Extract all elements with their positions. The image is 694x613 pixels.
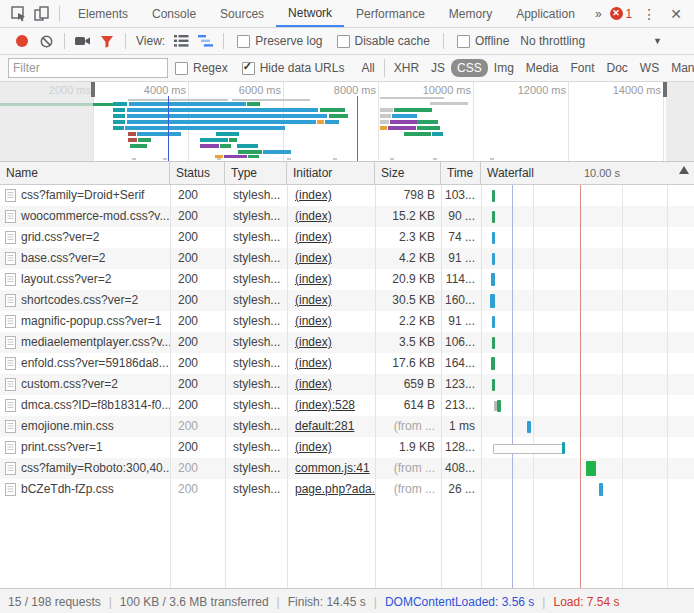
initiator-link[interactable]: (index) [295, 314, 332, 328]
overview-left-handle[interactable] [91, 82, 95, 97]
overview-request-bar [132, 158, 136, 160]
status-cell: 200 [170, 332, 225, 353]
request-name-cell: layout.css?ver=2 [0, 269, 170, 290]
time-cell: 164... [441, 353, 481, 374]
overview-request-bar [220, 144, 231, 148]
capture-screenshots-icon[interactable] [71, 30, 95, 52]
device-toolbar-icon[interactable] [31, 3, 54, 25]
table-row[interactable]: shortcodes.css?ver=2200stylesh...(index)… [0, 290, 694, 311]
column-header-size[interactable]: Size [375, 162, 441, 184]
waterfall-view-icon[interactable] [193, 30, 217, 52]
table-row[interactable]: print.css?ver=1200stylesh...(index)1.9 K… [0, 437, 694, 458]
table-row[interactable]: magnific-popup.css?ver=1200stylesh...(in… [0, 311, 694, 332]
column-header-time[interactable]: Time [441, 162, 481, 184]
table-row[interactable]: enfold.css?ver=59186da8...200stylesh...(… [0, 353, 694, 374]
clear-icon[interactable] [34, 30, 58, 52]
chevron-down-icon[interactable]: ▼ [653, 36, 662, 46]
tab-overflow[interactable]: » [587, 1, 610, 26]
column-separator [441, 185, 442, 588]
offline-checkbox[interactable]: Offline [457, 34, 509, 48]
size-cell: 2.2 KB [375, 311, 441, 332]
type-cell: stylesh... [225, 353, 287, 374]
time-cell: 90 ... [441, 206, 481, 227]
filter-type-js[interactable]: JS [425, 59, 451, 77]
table-row[interactable]: css?family=Droid+Serif200stylesh...(inde… [0, 185, 694, 206]
overview-right-handle[interactable] [663, 82, 667, 97]
initiator-link[interactable]: (index) [295, 209, 332, 223]
filter-type-doc[interactable]: Doc [601, 59, 634, 77]
tab-console[interactable]: Console [140, 1, 208, 26]
initiator-link[interactable]: (index) [295, 335, 332, 349]
filter-type-css[interactable]: CSS [451, 59, 488, 77]
hide-data-urls-checkbox[interactable]: Hide data URLs [242, 61, 345, 75]
column-header-type[interactable]: Type [225, 162, 287, 184]
filter-type-ws[interactable]: WS [634, 59, 665, 77]
record-network-log-icon[interactable] [10, 30, 34, 52]
table-row[interactable]: css?family=Roboto:300,40...200stylesh...… [0, 458, 694, 479]
inspect-element-icon[interactable] [8, 3, 31, 25]
overview-request-bar [248, 155, 259, 158]
table-row[interactable]: base.css?ver=2200stylesh...(index)4.2 KB… [0, 248, 694, 269]
table-row[interactable]: custom.css?ver=2200stylesh...(index)659 … [0, 374, 694, 395]
initiator-link[interactable]: common.js:41 [295, 461, 370, 475]
table-row[interactable]: layout.css?ver=2200stylesh...(index)20.9… [0, 269, 694, 290]
initiator-link[interactable]: (index):528 [295, 398, 355, 412]
filter-icon[interactable] [95, 30, 119, 52]
filter-input[interactable] [8, 58, 168, 78]
table-row[interactable]: grid.css?ver=2200stylesh...(index)2.3 KB… [0, 227, 694, 248]
column-header-waterfall[interactable]: Waterfall 10.00 s [481, 162, 694, 184]
list-view-icon[interactable] [169, 30, 193, 52]
initiator-link[interactable]: (index) [295, 251, 332, 265]
initiator-link[interactable]: page.php?ada... [295, 482, 375, 496]
regex-checkbox[interactable]: Regex [175, 61, 228, 75]
filter-type-font[interactable]: Font [565, 59, 601, 77]
error-count-badge[interactable]: ✕ 1 [610, 7, 633, 21]
table-row[interactable]: bCZeTdh-fZp.css200stylesh...page.php?ada… [0, 479, 694, 500]
table-row[interactable]: emojione.min.css200stylesh...default:281… [0, 416, 694, 437]
table-row[interactable]: dmca.css?ID=f8b18314-f0...200stylesh...(… [0, 395, 694, 416]
table-row[interactable]: mediaelementplayer.css?v...200stylesh...… [0, 332, 694, 353]
throttling-select[interactable]: No throttling [520, 34, 585, 48]
table-row[interactable]: woocommerce-mod.css?v...200stylesh...(in… [0, 206, 694, 227]
filter-type-media[interactable]: Media [520, 59, 565, 77]
time-cell: 91 ... [441, 248, 481, 269]
filter-type-manifest[interactable]: Manifest [665, 59, 694, 77]
column-header-status[interactable]: Status [170, 162, 225, 184]
more-options-icon[interactable]: ⋮ [638, 6, 660, 22]
close-devtools-icon[interactable]: ✕ [666, 6, 686, 22]
waterfall-bar [491, 273, 495, 286]
waterfall-gridline [622, 185, 623, 588]
network-overview-timeline[interactable]: 2000 ms4000 ms6000 ms8000 ms10000 ms1200… [0, 82, 694, 162]
type-cell: stylesh... [225, 416, 287, 437]
tab-sources[interactable]: Sources [208, 1, 276, 26]
tab-network[interactable]: Network [276, 0, 344, 27]
initiator-link[interactable]: (index) [295, 377, 332, 391]
tab-performance[interactable]: Performance [344, 1, 437, 26]
initiator-link[interactable]: (index) [295, 356, 332, 370]
tab-memory[interactable]: Memory [437, 1, 504, 26]
column-header-name[interactable]: Name [0, 162, 170, 184]
initiator-link[interactable]: (index) [295, 188, 332, 202]
time-cell: 26 ... [441, 479, 481, 500]
tab-application[interactable]: Application [504, 1, 587, 26]
initiator-link[interactable]: (index) [295, 440, 332, 454]
filter-type-xhr[interactable]: XHR [388, 59, 425, 77]
initiator-link[interactable]: default:281 [295, 419, 354, 433]
initiator-cell: (index) [287, 269, 375, 290]
waterfall-sort-icon[interactable] [679, 166, 689, 174]
overview-gridline [378, 82, 379, 161]
network-summary-bar: 15 / 198 requests | 100 KB / 3.6 MB tran… [0, 588, 694, 613]
overview-request-bar [433, 158, 437, 160]
overview-request-bar [163, 158, 167, 160]
overview-request-bar [113, 114, 125, 118]
column-header-initiator[interactable]: Initiator [287, 162, 375, 184]
preserve-log-checkbox[interactable]: Preserve log [237, 34, 322, 48]
initiator-link[interactable]: (index) [295, 272, 332, 286]
filter-type-all[interactable]: All [355, 59, 384, 77]
disable-cache-checkbox[interactable]: Disable cache [337, 34, 430, 48]
initiator-link[interactable]: (index) [295, 230, 332, 244]
filter-type-img[interactable]: Img [488, 59, 520, 77]
status-cell: 200 [170, 353, 225, 374]
initiator-link[interactable]: (index) [295, 293, 332, 307]
tab-elements[interactable]: Elements [66, 1, 140, 26]
